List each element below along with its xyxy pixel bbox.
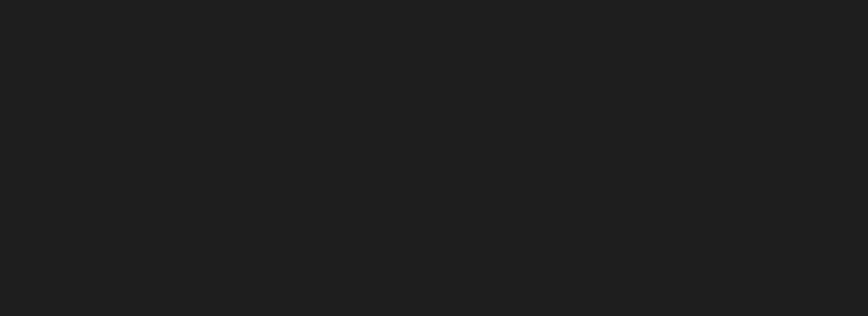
blank-line: [4, 97, 864, 106]
blank-line: [4, 69, 864, 78]
